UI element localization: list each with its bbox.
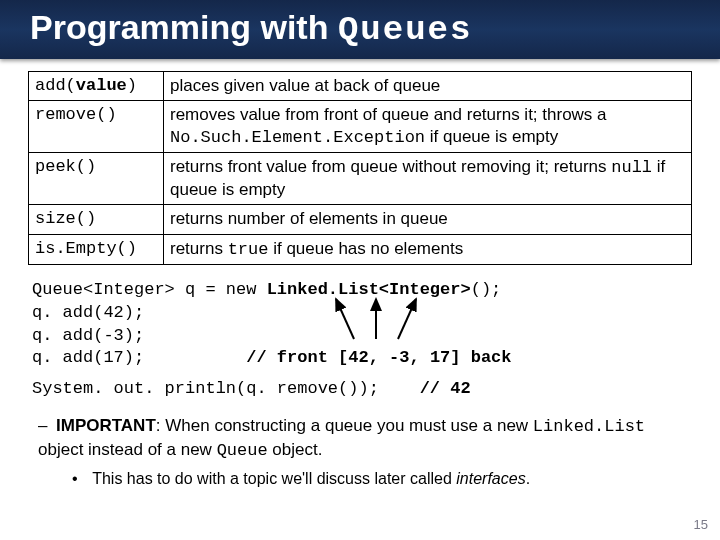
table-row: remove() removes value from front of que…: [29, 101, 692, 153]
table-row: size() returns number of elements in que…: [29, 205, 692, 234]
svg-line-0: [336, 299, 354, 339]
desc-cell: returns number of elements in queue: [164, 205, 692, 234]
code-example: Queue<Integer> q = new Linked.List<Integ…: [32, 279, 688, 402]
api-table: add(value) places given value at back of…: [28, 71, 692, 265]
method-cell: remove(): [29, 101, 164, 153]
svg-line-2: [398, 299, 416, 339]
important-note: –IMPORTANT: When constructing a queue yo…: [38, 415, 682, 463]
table-row: is.Empty() returns true if queue has no …: [29, 234, 692, 264]
sub-note: • This has to do with a topic we'll disc…: [72, 469, 682, 490]
table-row: peek() returns front value from queue wi…: [29, 153, 692, 205]
title-part1: Programming with: [30, 8, 338, 46]
desc-cell: returns true if queue has no elements: [164, 234, 692, 264]
method-cell: peek(): [29, 153, 164, 205]
page-number: 15: [694, 517, 708, 532]
desc-cell: places given value at back of queue: [164, 72, 692, 101]
code-line: System. out. println(q. remove()); // 42: [32, 378, 688, 401]
title-part2: Queues: [338, 11, 472, 49]
desc-cell: returns front value from queue without r…: [164, 153, 692, 205]
code-line: q. add(17); // front [42, -3, 17] back: [32, 347, 688, 370]
method-cell: add(value): [29, 72, 164, 101]
arrow-diagram-icon: [332, 295, 452, 345]
desc-cell: removes value from front of queue and re…: [164, 101, 692, 153]
table-row: add(value) places given value at back of…: [29, 72, 692, 101]
slide-content: add(value) places given value at back of…: [0, 59, 720, 498]
method-cell: size(): [29, 205, 164, 234]
method-cell: is.Empty(): [29, 234, 164, 264]
slide-title: Programming with Queues: [0, 0, 720, 59]
